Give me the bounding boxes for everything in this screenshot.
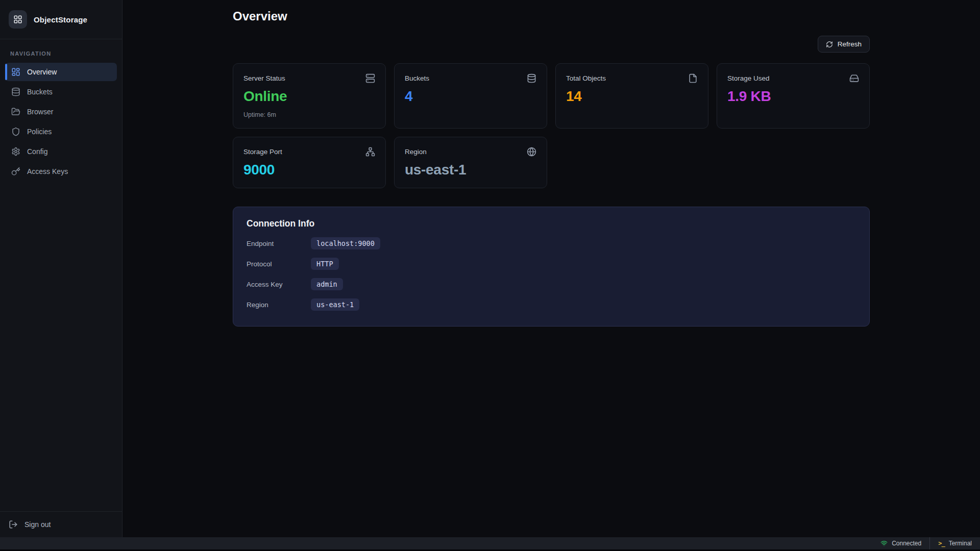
stat-card-total-objects: Total Objects 14 [555,63,708,129]
hard-drive-icon [849,73,859,83]
toolbar: Refresh [233,36,870,53]
sidebar-item-browser[interactable]: Browser [5,103,117,121]
grid-icon [9,10,27,29]
sidebar-item-label: Access Keys [27,167,68,176]
network-icon [365,147,375,157]
stat-label: Storage Port [243,148,282,156]
connection-row-access-key: Access Key admin [247,278,856,290]
sidebar-item-label: Config [27,147,47,156]
sidebar-item-label: Browser [27,108,53,116]
stat-label: Region [405,148,427,156]
stats-grid: Server Status Online Uptime: 6m Buckets … [233,63,870,188]
wifi-icon [880,540,888,547]
connection-row-value: localhost:9000 [311,237,380,249]
dashboard-icon [11,67,20,77]
terminal-label: Terminal [949,540,972,547]
stat-card-storage-used: Storage Used 1.9 KB [717,63,870,129]
server-icon [365,73,375,83]
connection-row-value: HTTP [311,258,339,270]
stat-card-region: Region us-east-1 [394,137,547,188]
connection-row-value: admin [311,278,343,290]
sidebar-item-label: Policies [27,128,52,136]
terminal-icon: >_ [938,540,944,547]
stat-card-server-status: Server Status Online Uptime: 6m [233,63,386,129]
sign-out-button[interactable]: Sign out [9,520,113,529]
stat-value: 9000 [243,162,375,178]
stat-value: 14 [566,88,698,105]
nav-section-label: NAVIGATION [10,51,112,57]
connection-row-endpoint: Endpoint localhost:9000 [247,237,856,249]
main-area: Overview Refresh Server Status Online Up… [122,0,980,537]
terminal-toggle[interactable]: >_ Terminal [929,537,980,549]
gear-icon [11,147,20,156]
folder-open-icon [11,107,20,116]
sidebar-item-buckets[interactable]: Buckets [5,83,117,101]
stat-label: Storage Used [727,74,770,82]
connection-row-label: Access Key [247,281,311,288]
app-title: ObjectStorage [34,15,87,24]
stat-value: 1.9 KB [727,88,859,105]
file-icon [688,73,698,83]
database-icon [11,87,20,96]
refresh-icon [826,41,833,48]
sidebar-item-label: Buckets [27,88,53,96]
database-icon [527,73,536,83]
logout-icon [9,520,18,529]
sidebar: ObjectStorage NAVIGATION Overview Bucket… [0,0,122,537]
sidebar-item-access-keys[interactable]: Access Keys [5,162,117,181]
connection-info-title: Connection Info [247,218,856,229]
sign-out-label: Sign out [24,520,51,529]
connection-row-region: Region us-east-1 [247,298,856,311]
sidebar-item-overview[interactable]: Overview [5,63,117,81]
connection-status: Connected [872,537,929,549]
connection-row-protocol: Protocol HTTP [247,258,856,270]
stat-label: Total Objects [566,74,606,82]
stat-value: us-east-1 [405,162,536,178]
refresh-button[interactable]: Refresh [818,36,870,53]
stat-card-storage-port: Storage Port 9000 [233,137,386,188]
status-bar: Connected >_ Terminal [0,537,980,551]
connection-status-label: Connected [892,540,921,547]
stat-value: 4 [405,88,536,105]
sidebar-item-config[interactable]: Config [5,142,117,161]
stat-subtext: Uptime: 6m [243,111,375,118]
key-icon [11,167,20,176]
stat-value: Online [243,88,375,105]
stat-label: Buckets [405,74,429,82]
connection-row-value: us-east-1 [311,298,359,311]
page-title: Overview [233,9,870,23]
sidebar-footer: Sign out [0,511,122,537]
connection-row-label: Protocol [247,260,311,268]
sidebar-item-label: Overview [27,68,57,76]
connection-row-label: Region [247,301,311,309]
sidebar-nav: NAVIGATION Overview Buckets Browser Poli… [0,39,122,186]
stat-card-buckets: Buckets 4 [394,63,547,129]
connection-row-label: Endpoint [247,240,311,247]
app-window: ObjectStorage NAVIGATION Overview Bucket… [0,0,980,537]
sidebar-item-policies[interactable]: Policies [5,122,117,141]
globe-icon [527,147,536,157]
refresh-label: Refresh [838,40,862,48]
connection-info-panel: Connection Info Endpoint localhost:9000 … [233,207,870,327]
shield-icon [11,127,20,136]
stat-label: Server Status [243,74,285,82]
app-logo: ObjectStorage [0,0,122,39]
